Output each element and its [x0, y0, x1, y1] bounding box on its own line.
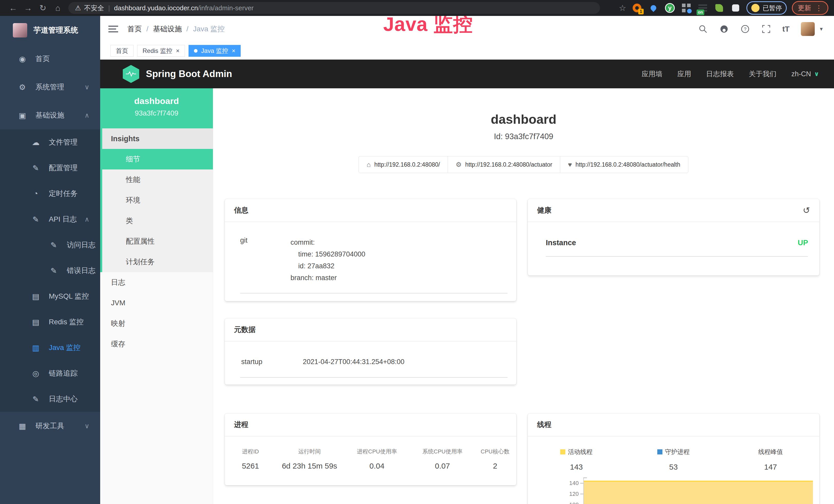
security-label[interactable]: 不安全 [84, 4, 104, 13]
sba-item-config-props[interactable]: 配置属性 [102, 231, 213, 252]
sba-item-environment[interactable]: 环境 [102, 190, 213, 210]
sba-nav-about[interactable]: 关于我们 [749, 69, 776, 78]
sba-item-mappings[interactable]: 映射 [100, 313, 213, 334]
tags-view-bar: 首页 Redis 监控 × Java 监控 × [100, 42, 834, 60]
chevron-down-icon: ∨ [85, 422, 89, 430]
health-url-button[interactable]: ♥ http://192.168.0.2:48080/actuator/heal… [560, 156, 688, 173]
sba-item-jvm[interactable]: JVM [100, 293, 213, 313]
sidebar-item-error-log[interactable]: ✎ 错误日志 [0, 258, 100, 283]
breadcrumb-infrastructure[interactable]: 基础设施 [153, 24, 182, 34]
help-icon[interactable]: ? [740, 24, 750, 34]
breadcrumb-home[interactable]: 首页 [127, 24, 142, 34]
user-avatar[interactable] [801, 22, 815, 36]
chevron-up-icon: ∧ [85, 111, 89, 119]
tab-home[interactable]: 首页 [110, 45, 134, 57]
sba-language-select[interactable]: zh-CN ∨ [791, 70, 819, 78]
sidebar-item-tracing[interactable]: ◎ 链路追踪 [0, 361, 100, 386]
sba-item-logs[interactable]: 日志 [100, 272, 213, 293]
sidebar-item-config-management[interactable]: ✎ 配置管理 [0, 155, 100, 181]
extension-colorzilla-icon[interactable]: 1 [631, 2, 643, 14]
browser-forward-icon[interactable]: → [21, 3, 36, 13]
github-icon[interactable] [719, 24, 729, 34]
sba-nav-journal[interactable]: 日志报表 [706, 69, 734, 78]
browser-home-icon[interactable]: ⌂ [50, 3, 65, 13]
app-sidebar: 芋道管理系统 ◉ 首页 ⚙ 系统管理 ∨ ▣ 基础设施 ∧ ☁ 文件管理 ✎ 配… [0, 16, 100, 504]
stat-value: 6d 23h 15m 59s [276, 462, 343, 471]
sidebar-item-api-log[interactable]: ✎ API 日志 ∧ [0, 206, 100, 232]
sba-item-metrics[interactable]: 性能 [102, 169, 213, 190]
sba-item-caches[interactable]: 缓存 [100, 334, 213, 354]
legend-yellow-swatch-icon [560, 449, 565, 455]
not-secure-warning-icon: ⚠ [75, 4, 81, 12]
extension-pin-icon[interactable] [648, 2, 659, 14]
timer-icon: ◔ [30, 189, 41, 198]
cloud-upload-icon: ☁ [30, 138, 41, 147]
y-tick-mark [580, 494, 583, 494]
health-url: http://192.168.0.2:48080/actuator/health [576, 161, 680, 168]
extension-puzzle-icon[interactable] [730, 2, 741, 14]
browser-reload-icon[interactable]: ↻ [36, 3, 50, 13]
browser-back-icon[interactable]: ← [6, 3, 21, 13]
search-icon[interactable] [698, 24, 708, 34]
sidebar-item-file-management[interactable]: ☁ 文件管理 [0, 130, 100, 155]
sidebar-item-infrastructure[interactable]: ▣ 基础设施 ∧ [0, 101, 100, 130]
sidebar-item-home[interactable]: ◉ 首页 [0, 45, 100, 73]
active-dot-icon [194, 49, 198, 53]
legend-daemon-threads: 守护进程 53 [625, 448, 722, 472]
avatar-caret-icon[interactable]: ▾ [820, 26, 823, 32]
sba-item-classes[interactable]: 类 [102, 210, 213, 231]
close-icon[interactable]: × [176, 47, 179, 54]
extension-leaf-icon[interactable] [714, 2, 725, 14]
spring-boot-admin-logo-icon [123, 65, 139, 83]
y-tick-label: 120 [558, 491, 579, 497]
hamburger-icon[interactable] [108, 26, 118, 32]
insights-group-header: Insights [102, 129, 213, 149]
paused-profile-badge[interactable]: 已暂停 [746, 1, 787, 15]
sidebar-item-label: 基础设施 [36, 110, 64, 120]
browser-update-button[interactable]: 更新 ⋮ [792, 1, 828, 15]
y-tick-label: 140 [558, 480, 579, 486]
fullscreen-icon[interactable] [761, 24, 771, 34]
extension-y-icon[interactable]: y [664, 2, 676, 14]
font-size-icon[interactable]: tT [782, 25, 790, 33]
sidebar-item-mysql-monitor[interactable]: ▤ MySQL 监控 [0, 283, 100, 309]
address-bar[interactable]: ⚠ 不安全 | dashboard.yudao.iocoder.cn/infra… [68, 2, 600, 14]
extension-grid-icon[interactable] [681, 2, 692, 14]
sidebar-item-system-management[interactable]: ⚙ 系统管理 ∨ [0, 73, 100, 101]
home-icon: ⌂ [367, 161, 371, 169]
health-row[interactable]: Instance UP [528, 222, 819, 247]
legend-value: 143 [528, 463, 625, 472]
sidebar-item-dev-tools[interactable]: ▦ 研发工具 ∨ [0, 412, 100, 440]
toolbox-icon: ▦ [17, 421, 28, 431]
extension-switch-icon[interactable]: on [697, 2, 708, 14]
service-url-button[interactable]: ⌂ http://192.168.0.2:48080/ [358, 156, 448, 173]
sba-item-scheduled-tasks[interactable]: 计划任务 [102, 252, 213, 272]
close-icon[interactable]: × [232, 47, 235, 54]
page-title: dashboard [213, 112, 834, 127]
instance-url-group: ⌂ http://192.168.0.2:48080/ ⚙ http://192… [213, 156, 834, 173]
tab-java-monitor[interactable]: Java 监控 × [189, 45, 241, 57]
sidebar-item-scheduled-tasks[interactable]: ◔ 定时任务 [0, 181, 100, 206]
sidebar-item-log-center[interactable]: ✎ 日志中心 [0, 386, 100, 412]
history-icon[interactable]: ↺ [803, 205, 810, 215]
threads-card-title: 线程 [537, 420, 551, 430]
java-monitor-icon: ▥ [30, 343, 41, 352]
sidebar-item-java-monitor[interactable]: ▥ Java 监控 [0, 335, 100, 361]
process-stats: 进程ID 5261 运行时间 6d 23h 15m 59s 进程CPU使用率 0… [225, 436, 516, 471]
chevron-down-icon: ∨ [85, 83, 89, 91]
tab-redis-monitor[interactable]: Redis 监控 × [137, 45, 185, 57]
chart-y-axis [583, 478, 584, 504]
health-instance-label: Instance [546, 238, 576, 247]
sba-nav-wallboard[interactable]: 应用墙 [642, 69, 662, 78]
row-divider [240, 293, 507, 294]
sidebar-item-access-log[interactable]: ✎ 访问日志 [0, 232, 100, 258]
sba-item-details[interactable]: 细节 [102, 149, 213, 169]
breadcrumb-current: Java 监控 [193, 24, 225, 34]
bookmark-star-icon[interactable]: ☆ [619, 3, 626, 13]
actuator-url-button[interactable]: ⚙ http://192.168.0.2:48080/actuator [448, 156, 560, 173]
sidebar-item-redis-monitor[interactable]: ▤ Redis 监控 [0, 309, 100, 335]
sba-nav-applications[interactable]: 应用 [677, 69, 691, 78]
sba-header: Spring Boot Admin 应用墙 应用 日志报表 关于我们 zh-CN… [100, 60, 834, 88]
info-value: commit: time: 1596289704000 id: 27aa832 … [290, 236, 507, 284]
browser-menu-icon[interactable]: ⋮ [815, 4, 822, 12]
